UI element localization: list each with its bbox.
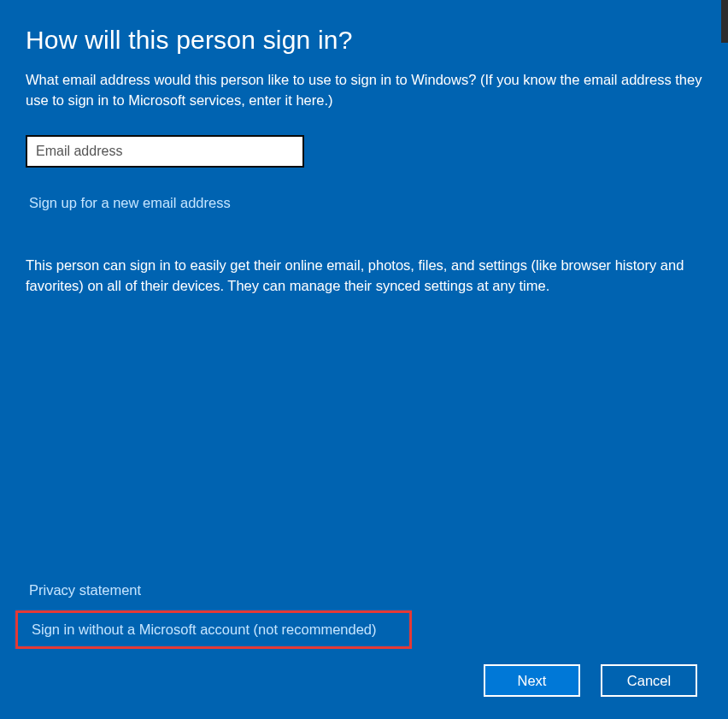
sync-description: This person can sign in to easily get th… [26,256,702,297]
page-subtitle: What email address would this person lik… [26,70,702,111]
privacy-statement-link[interactable]: Privacy statement [29,582,141,598]
scrollbar-track[interactable] [721,0,728,43]
signup-new-email-link[interactable]: Sign up for a new email address [29,195,231,211]
cancel-button[interactable]: Cancel [601,664,697,697]
email-field[interactable] [26,135,304,168]
main-content: How will this person sign in? What email… [0,0,728,297]
next-button[interactable]: Next [484,664,580,697]
highlight-box: Sign in without a Microsoft account (not… [15,610,412,649]
page-title: How will this person sign in? [26,26,702,55]
bottom-area: Privacy statement Sign in without a Micr… [0,582,728,719]
button-row: Next Cancel [26,664,702,697]
signin-without-microsoft-link[interactable]: Sign in without a Microsoft account (not… [32,622,377,638]
